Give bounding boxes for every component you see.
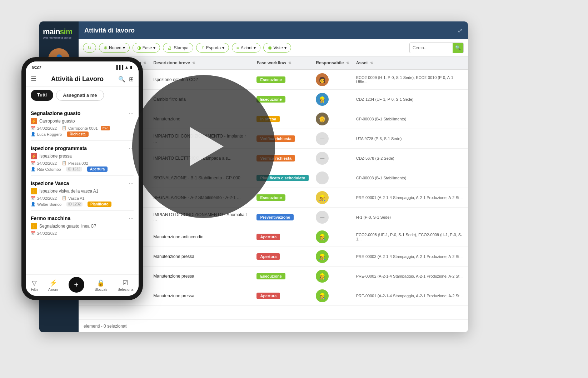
signal-icon: ▐▐▐	[115, 65, 123, 69]
fase-icon: ◑	[137, 45, 141, 50]
cell-responsabile: —	[312, 129, 352, 149]
cell-responsabile: 👷	[312, 286, 352, 306]
list-item[interactable]: Segnalazione guasto ··· ⚡ Carroponte gua…	[31, 106, 134, 141]
export-icon: ⇪	[201, 45, 205, 50]
cell-responsabile: 👩	[312, 70, 352, 90]
lock-icon: 🔒	[97, 279, 105, 287]
nuovo-button[interactable]: ⊕ Nuovo ▾	[99, 43, 130, 53]
cell-asset: PRE-00001 (A-2-1-4 Stampaggio, A-2-1 Pro…	[353, 286, 468, 306]
item-meta-date: 📅 24/02/2022 📋 Carroponte 0001Rec	[31, 126, 134, 130]
priority-icon: !	[31, 223, 37, 229]
expand-icon[interactable]: ⤢	[458, 27, 462, 34]
cell-asset: ECO2-0008 (UF-1, P-0, S-1 Sede), ECO2-00…	[353, 227, 468, 247]
cell-asset: CDZ-1234 (UF-1, P-0, S-1 Sede)	[353, 90, 468, 109]
filter-icon: ▽	[32, 279, 37, 287]
qr-icon[interactable]: ⊞	[129, 76, 134, 83]
search-icon[interactable]: 🔍	[118, 76, 125, 83]
col-asset: Asset ⇅	[353, 56, 468, 70]
azioni-button[interactable]: ≡ Azioni ▾	[232, 43, 260, 53]
mobile-tabs: Tutti Assegnati a me	[26, 87, 139, 104]
item-desc: ⚡ Carroponte guasto	[31, 118, 134, 124]
cell-asset: CP-00003 (B-1 Stabilimento)	[353, 168, 468, 188]
date-field: 📅 24/02/2022	[31, 126, 57, 130]
cell-desc: Manutenzione antincendio	[150, 227, 253, 247]
header-icons: ⤢	[458, 27, 462, 34]
battery-icon: ▮	[130, 65, 132, 70]
cell-fase: Apertura	[253, 227, 312, 247]
meta-user: 👤 Walter Bianco	[31, 202, 61, 207]
cell-asset: PRE-00003 (A-2-1-4 Stampaggio, A-2-1 Pro…	[353, 247, 468, 267]
nav-filtri-label: Filtri	[31, 288, 38, 292]
select-icon: ☑	[123, 279, 128, 287]
more-icon[interactable]: ···	[129, 110, 134, 116]
sort-icon: ⇅	[192, 61, 195, 65]
cell-responsabile: —	[312, 168, 352, 188]
search-input[interactable]	[410, 45, 453, 50]
menu-icon[interactable]: ☰	[31, 75, 36, 83]
mobile-bottom-nav: ▽ Filtri ⚡ Azioni + 🔒 Bloccati ☑ Selezio…	[26, 274, 139, 296]
plus-icon: ⊕	[104, 45, 108, 50]
cell-asset: CP-00003 (B-1 Stabilimento)	[353, 109, 468, 129]
viste-button[interactable]: ◉ Viste ▾	[263, 43, 291, 53]
page-header: Attività di lavoro ⤢	[79, 21, 468, 39]
item-title: Fermo macchina	[31, 215, 70, 221]
mobile-status-bar: 9:27 ▐▐▐ ▲ ▮	[26, 61, 139, 73]
date-field: 📅 24/02/2022	[31, 161, 57, 165]
esporta-button[interactable]: ⇪ Esporta ▾	[196, 43, 229, 53]
cell-responsabile: —	[312, 149, 352, 168]
video-overlay[interactable]	[132, 75, 275, 218]
cell-asset: UTA 9728 (P-3, S-1 Sede)	[353, 129, 468, 149]
cell-responsabile: 👷	[312, 90, 352, 109]
nav-azioni[interactable]: ⚡ Azioni	[48, 279, 58, 292]
cell-fase: Esecuzione	[253, 70, 312, 90]
chevron-down-icon: ▾	[284, 45, 286, 50]
col-desc: Descrizione breve ⇅	[150, 56, 253, 70]
play-button[interactable]	[190, 127, 224, 166]
mobile-title: Attività di Lavoro	[51, 75, 104, 83]
nav-bloccati[interactable]: 🔒 Bloccati	[95, 279, 107, 292]
refresh-button[interactable]: ↻	[83, 43, 96, 53]
sort-icon: ⇅	[143, 61, 146, 65]
eye-icon: ◉	[268, 45, 272, 50]
search-button[interactable]: 🔍	[453, 43, 463, 53]
list-icon: ≡	[236, 45, 239, 50]
item-header: Ispezione programmata ···	[31, 145, 134, 151]
chevron-down-icon: ▾	[222, 45, 224, 50]
nav-seleziona-label: Seleziona	[118, 288, 133, 292]
item-desc: ! Ispezione visiva della vasca A1	[31, 188, 134, 194]
more-icon[interactable]: ···	[129, 215, 134, 222]
nav-filtri[interactable]: ▽ Filtri	[31, 279, 38, 292]
nav-bloccati-label: Bloccati	[95, 288, 107, 292]
tab-all[interactable]: Tutti	[31, 90, 53, 101]
more-icon[interactable]: ···	[129, 180, 134, 186]
chevron-down-icon: ▾	[123, 45, 125, 50]
item-title: Segnalazione guasto	[31, 110, 80, 116]
asset-field: 📋 Vasca A1	[62, 196, 85, 200]
cell-desc: Manutenzione pressa	[150, 267, 253, 286]
nav-seleziona[interactable]: ☑ Seleziona	[118, 279, 133, 292]
list-item[interactable]: Fermo macchina ··· ! Segnalazione guasto…	[31, 211, 134, 239]
list-item[interactable]: Ispezione Vasca ··· ! Ispezione visiva d…	[31, 176, 134, 211]
item-title: Ispezione programmata	[31, 145, 87, 151]
chevron-down-icon: ▾	[254, 45, 256, 50]
refresh-icon: ↻	[88, 45, 91, 50]
chevron-down-icon: ▾	[153, 45, 155, 50]
sort-icon: ⇅	[288, 61, 291, 65]
cell-responsabile: 👷	[312, 267, 352, 286]
cell-desc: Manutenzione pressa	[150, 247, 253, 267]
nav-add[interactable]: +	[69, 277, 84, 294]
list-item[interactable]: Ispezione programmata ··· ⚡ Ispezione pr…	[31, 141, 134, 176]
fase-button[interactable]: ◑ Fase ▾	[133, 43, 160, 53]
search-bar: 🔍	[409, 43, 464, 53]
cell-desc: Manutenzione pressa	[150, 286, 253, 306]
tab-assigned[interactable]: Assegnati a me	[56, 90, 104, 101]
item-desc: ! Segnalazione guasto linea C7	[31, 223, 134, 229]
cell-asset: H-1 (P-0, S-1 Sede)	[353, 208, 468, 227]
footer-count: elementi - 0 selezionati	[84, 324, 128, 329]
logo: mainsim what maintenance can be	[43, 27, 75, 39]
add-button[interactable]: +	[69, 277, 84, 293]
table-footer: elementi - 0 selezionati	[79, 319, 468, 332]
stampa-button[interactable]: 🖨 Stampa	[163, 43, 193, 53]
cell-responsabile: 👷	[312, 227, 352, 247]
logo-text: mainsim	[43, 27, 75, 36]
